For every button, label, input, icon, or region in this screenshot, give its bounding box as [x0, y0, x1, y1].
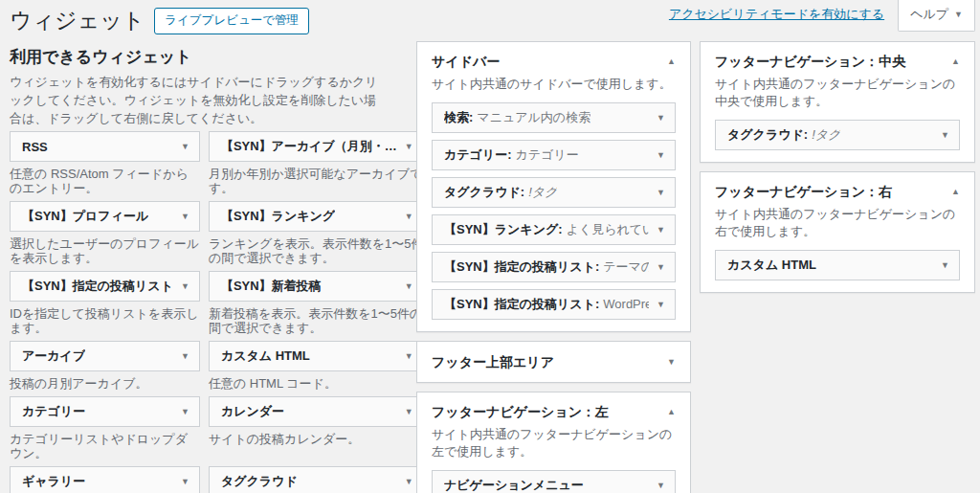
widget-bar[interactable]: アーカイブ ▼	[10, 341, 200, 371]
help-label: ヘルプ	[910, 6, 948, 23]
widget-subtitle: カテゴリー	[516, 146, 579, 164]
widget-bar[interactable]: 【SYN】ランキング ▼	[209, 201, 424, 232]
panel-widget-list: ナビゲーションメニュー ▼	[432, 470, 676, 493]
available-widget: 【SYN】指定の投稿リスト ▼ IDを指定して投稿リストを表示します。	[10, 271, 200, 335]
chevron-down-icon[interactable]: ▼	[397, 477, 413, 486]
chevron-down-icon[interactable]: ▼	[173, 281, 189, 291]
widget-title: ナビゲーションメニュー	[444, 477, 584, 493]
widget-title: 【SYN】指定の投稿リスト:WordPressの設定	[444, 296, 649, 313]
widget-description: 投稿の月別アーカイブ。	[10, 376, 200, 391]
chevron-down-icon[interactable]: ▼	[173, 351, 189, 361]
chevron-down-icon[interactable]: ▼	[649, 188, 665, 197]
widget-bar[interactable]: カレンダー ▼	[209, 396, 424, 427]
screen-meta-links: アクセシビリティモードを有効にする ヘルプ ▼	[669, 0, 975, 32]
widget-description: 選択したユーザーのプロフィールを表示します。	[10, 236, 200, 265]
collapse-toggle-icon[interactable]: ▲	[944, 56, 960, 66]
widget-bar[interactable]: 【SYN】新着投稿 ▼	[209, 271, 424, 302]
panel-widget-list: タグクラウド:!タグ ▼	[715, 120, 960, 150]
widget-title: カテゴリー	[22, 403, 85, 420]
collapse-toggle-icon[interactable]: ▲	[659, 407, 676, 416]
chevron-down-icon[interactable]: ▼	[173, 142, 189, 151]
widget-title: カスタム HTML	[727, 257, 816, 274]
widget-bar[interactable]: カスタム HTML ▼	[209, 341, 424, 371]
available-widget: タグクラウド ▼ よく使用されているタグのクラウド。	[209, 466, 424, 493]
collapse-toggle-icon[interactable]: ▲	[659, 56, 676, 66]
panel-widget-list: カスタム HTML ▼	[715, 250, 960, 280]
chevron-down-icon[interactable]: ▼	[649, 150, 665, 160]
chevron-down-icon[interactable]: ▼	[649, 262, 665, 272]
widget-bar[interactable]: 【SYN】アーカイブ（月別・… ▼	[209, 131, 424, 162]
help-button[interactable]: ヘルプ ▼	[898, 0, 975, 32]
widget-description: カテゴリーリストやドロップダウン。	[10, 432, 200, 460]
available-widget: アーカイブ ▼ 投稿の月別アーカイブ。	[10, 341, 200, 391]
widget-name: タグクラウド:	[444, 184, 524, 201]
available-widgets-grid: RSS ▼ 任意の RSS/Atom フィードからのエントリー。 【SYN】アー…	[10, 131, 381, 493]
panel-title: フッターナビゲーション：右	[715, 183, 892, 200]
widget-bar[interactable]: 【SYN】指定の投稿リスト:テーマの適用 ▼	[432, 252, 676, 282]
panel-header[interactable]: フッターナビゲーション：中央 ▲	[715, 53, 960, 70]
chevron-down-icon[interactable]: ▼	[173, 407, 189, 416]
panel-title: サイドバー	[432, 53, 500, 70]
collapse-toggle-icon[interactable]: ▼	[659, 357, 676, 367]
available-widget: RSS ▼ 任意の RSS/Atom フィードからのエントリー。	[10, 131, 200, 195]
chevron-down-icon[interactable]: ▼	[397, 212, 413, 221]
chevron-down-icon[interactable]: ▼	[397, 407, 413, 416]
widget-bar[interactable]: 【SYN】プロフィール ▼	[10, 201, 200, 232]
chevron-down-icon[interactable]: ▼	[173, 212, 189, 221]
chevron-down-icon[interactable]: ▼	[933, 260, 949, 270]
collapse-toggle-icon[interactable]: ▲	[944, 187, 960, 196]
available-widgets-heading: 利用できるウィジェット	[10, 48, 381, 67]
widget-bar[interactable]: カテゴリー:カテゴリー ▼	[432, 140, 676, 170]
available-widget: カテゴリー ▼ カテゴリーリストやドロップダウン。	[10, 396, 200, 460]
panel-header[interactable]: サイドバー ▲	[432, 53, 676, 70]
widget-bar[interactable]: カスタム HTML ▼	[715, 250, 960, 280]
live-preview-button[interactable]: ライブプレビューで管理	[154, 8, 309, 34]
page-header: ウィジェット ライブプレビューで管理	[10, 7, 309, 35]
widget-description: 任意の HTML コード。	[209, 376, 424, 391]
widget-bar[interactable]: ギャラリー ▼	[10, 466, 200, 493]
widget-title: カレンダー	[221, 403, 284, 420]
chevron-down-icon[interactable]: ▼	[649, 481, 665, 490]
panel-description: サイト内共通のサイドバーで使用します。	[432, 76, 676, 93]
chevron-down-icon[interactable]: ▼	[649, 113, 665, 123]
chevron-down-icon[interactable]: ▼	[173, 477, 189, 486]
panel-header[interactable]: フッターナビゲーション：右 ▲	[715, 183, 960, 200]
widget-bar[interactable]: タグクラウド:!タグ ▼	[715, 120, 960, 150]
widget-bar[interactable]: ナビゲーションメニュー ▼	[432, 470, 676, 493]
chevron-down-icon[interactable]: ▼	[397, 142, 413, 151]
widget-bar[interactable]: タグクラウド:!タグ ▼	[432, 177, 676, 208]
widget-bar[interactable]: タグクラウド ▼	[209, 466, 424, 493]
chevron-down-icon[interactable]: ▼	[649, 225, 665, 235]
available-widgets-description: ウィジェットを有効化するにはサイドバーにドラッグするかクリックしてください。ウィ…	[10, 73, 381, 127]
widget-bar[interactable]: RSS ▼	[10, 131, 200, 162]
widget-title: タグクラウド:!タグ	[727, 126, 840, 144]
chevron-down-icon: ▼	[954, 10, 963, 19]
widget-title: RSS	[22, 140, 48, 154]
panel-header[interactable]: フッターナビゲーション：左 ▲	[432, 403, 676, 420]
chevron-down-icon[interactable]: ▼	[397, 351, 413, 361]
widget-title: タグクラウド	[221, 473, 298, 490]
widget-name: カスタム HTML	[727, 257, 816, 274]
widget-title: タグクラウド:!タグ	[444, 184, 557, 201]
widget-bar[interactable]: 【SYN】ランキング:よく見られている記事 ▼	[432, 214, 676, 245]
widget-bar[interactable]: カテゴリー ▼	[10, 396, 200, 427]
widget-title: 【SYN】プロフィール	[22, 208, 148, 225]
widget-bar[interactable]: 【SYN】指定の投稿リスト ▼	[10, 271, 200, 302]
panel-title: フッターナビゲーション：中央	[715, 53, 905, 70]
available-widget: 【SYN】アーカイブ（月別・… ▼ 月別か年別か選択可能なアーカイブです。	[209, 131, 424, 195]
widget-subtitle: WordPressの設定	[603, 296, 649, 313]
page-title: ウィジェット	[10, 7, 145, 35]
panel-description: サイト内共通のフッターナビゲーションの中央で使用します。	[715, 76, 960, 110]
sidebar-panel-sidebar: サイドバー ▲ サイト内共通のサイドバーで使用します。 検索:マニュアル内の検索…	[416, 41, 691, 332]
widget-bar[interactable]: 検索:マニュアル内の検索 ▼	[432, 102, 676, 133]
chevron-down-icon[interactable]: ▼	[397, 281, 413, 291]
chevron-down-icon[interactable]: ▼	[933, 130, 949, 140]
sidebar-panel-footer-nav-center: フッターナビゲーション：中央 ▲ サイト内共通のフッターナビゲーションの中央で使…	[700, 41, 975, 163]
widget-name: 検索:	[444, 109, 473, 126]
chevron-down-icon[interactable]: ▼	[649, 300, 665, 309]
accessibility-mode-link[interactable]: アクセシビリティモードを有効にする	[669, 6, 884, 23]
panel-title: フッター上部エリア	[432, 353, 554, 370]
widget-bar[interactable]: 【SYN】指定の投稿リスト:WordPressの設定 ▼	[432, 289, 676, 320]
panel-header[interactable]: フッター上部エリア ▼	[432, 353, 676, 370]
widget-title: 検索:マニュアル内の検索	[444, 109, 590, 126]
